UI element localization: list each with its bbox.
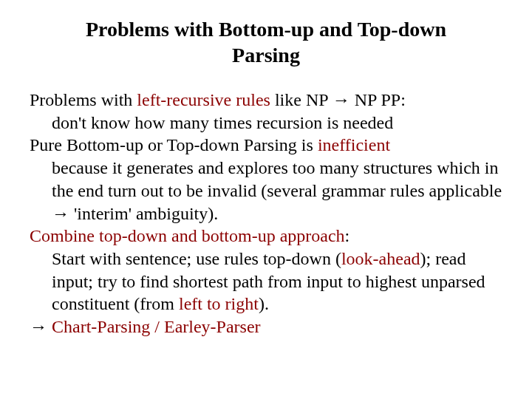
highlight-combine: Combine top-down and bottom-up approach: [30, 226, 345, 245]
paragraph-4: → Chart-Parsing / Earley-Parser: [30, 316, 502, 338]
highlight-left-recursive: left-recursive rules: [137, 90, 270, 109]
paragraph-3: Combine top-down and bottom-up approach:…: [30, 225, 502, 316]
highlight-left-to-right: left to right: [179, 294, 259, 313]
text-indent: Start with sentence; use rules top-down …: [30, 248, 502, 316]
text: like NP → NP PP:: [270, 90, 406, 109]
highlight-chart-parsing: Chart-Parsing / Earley-Parser: [52, 317, 261, 336]
highlight-inefficient: inefficient: [318, 135, 390, 154]
text: Problems with: [30, 90, 137, 109]
highlight-look-ahead: look-ahead: [341, 249, 420, 268]
slide-content: Problems with left-recursive rules like …: [30, 89, 502, 338]
paragraph-2: Pure Bottom-up or Top-down Parsing is in…: [30, 134, 502, 225]
text: ).: [259, 294, 269, 313]
text-indent: because it generates and explores too ma…: [30, 157, 502, 225]
arrow-icon: →: [30, 317, 52, 336]
slide-title: Problems with Bottom-up and Top-down Par…: [30, 16, 502, 68]
text: :: [345, 226, 350, 245]
text: Pure Bottom-up or Top-down Parsing is: [30, 135, 318, 154]
text: Start with sentence; use rules top-down …: [52, 249, 341, 268]
text-indent: don't know how many times recursion is n…: [30, 112, 502, 134]
paragraph-1: Problems with left-recursive rules like …: [30, 89, 502, 134]
